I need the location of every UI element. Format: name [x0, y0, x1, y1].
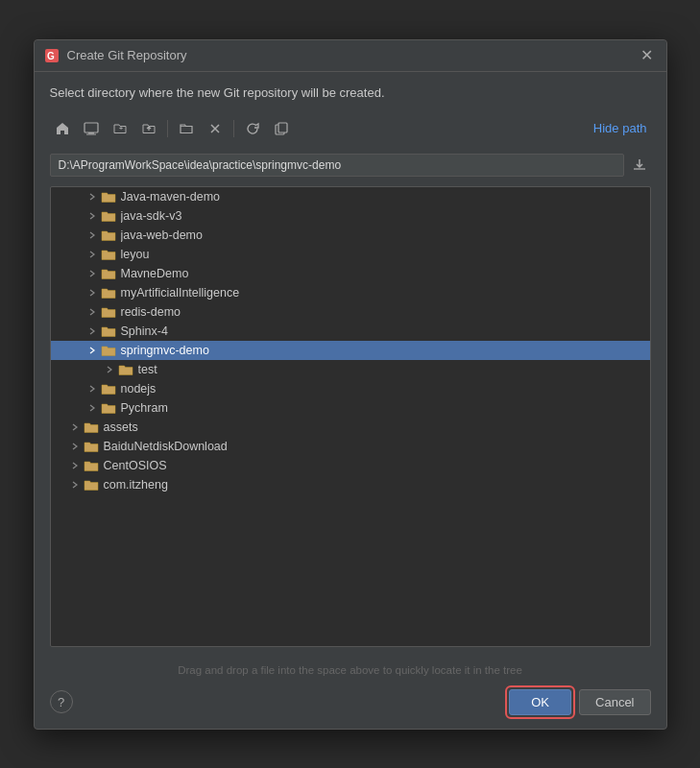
tree-arrow-icon	[68, 459, 82, 472]
tree-item[interactable]: leyou	[51, 245, 650, 264]
tree-item[interactable]: com.itzheng	[51, 475, 650, 494]
delete-button[interactable]	[203, 117, 228, 140]
tree-arrow-icon	[85, 248, 99, 261]
folder-icon	[101, 344, 116, 357]
dialog-body: Select directory where the new Git repos…	[35, 72, 666, 680]
dialog-footer: ? OK Cancel	[35, 680, 666, 729]
tree-item-label: myArtificialIntelligence	[121, 286, 642, 300]
tree-item-label: Java-maven-demo	[121, 190, 642, 204]
svg-rect-4	[86, 133, 96, 134]
tree-arrow-icon	[85, 305, 99, 319]
svg-text:+: +	[119, 125, 123, 132]
folder-icon	[101, 190, 116, 204]
tree-arrow-icon	[85, 324, 99, 338]
up-folder-button[interactable]	[136, 117, 161, 140]
tree-item[interactable]: Sphinx-4	[51, 322, 650, 341]
tree-item[interactable]: Java-maven-demo	[51, 187, 650, 206]
dialog-title: Create Git Repository	[67, 48, 638, 62]
folder-icon	[101, 209, 116, 223]
folder-icon	[101, 324, 116, 338]
tree-item[interactable]: assets	[51, 418, 650, 437]
tree-item-label: assets	[104, 420, 642, 434]
svg-rect-3	[88, 132, 94, 134]
tree-item[interactable]: myArtificialIntelligence	[51, 283, 650, 302]
tree-arrow-icon	[68, 478, 82, 492]
tree-item-label: Pychram	[121, 401, 642, 415]
folder-icon	[101, 382, 116, 396]
path-input-row	[50, 154, 651, 177]
folder-icon	[101, 228, 116, 242]
folder-icon	[84, 420, 99, 434]
tree-item[interactable]: MavneDemo	[51, 264, 650, 283]
tree-item-label: java-sdk-v3	[121, 209, 642, 223]
folder-icon	[101, 248, 116, 261]
tree-item[interactable]: CentOSIOS	[51, 456, 650, 475]
folder-icon	[84, 459, 99, 472]
description-text: Select directory where the new Git repos…	[50, 85, 651, 100]
tree-arrow-icon	[103, 363, 116, 376]
tree-item-label: springmvc-demo	[121, 344, 642, 357]
tree-arrow-icon	[68, 440, 82, 453]
tree-item-label: CentOSIOS	[104, 459, 642, 472]
computer-button[interactable]	[79, 117, 104, 140]
copy-path-button[interactable]	[269, 117, 294, 140]
drag-hint-text: Drag and drop a file into the space abov…	[50, 657, 651, 680]
tree-item[interactable]: BaiduNetdiskDownload	[51, 437, 650, 456]
help-button[interactable]: ?	[50, 690, 73, 713]
tree-arrow-icon	[85, 228, 99, 242]
tree-item-label: Sphinx-4	[121, 324, 642, 338]
folder-icon	[84, 440, 99, 453]
folder-icon	[101, 305, 116, 319]
tree-item-label: test	[138, 363, 642, 376]
tree-item-label: com.itzheng	[104, 478, 642, 492]
tree-item-label: leyou	[121, 248, 642, 261]
folder-icon	[101, 286, 116, 300]
folder-icon	[101, 267, 116, 280]
tree-arrow-icon	[85, 401, 99, 415]
tree-arrow-icon	[85, 190, 99, 204]
svg-text:G: G	[47, 51, 55, 61]
tree-arrow-icon	[85, 209, 99, 223]
download-button[interactable]	[628, 154, 651, 177]
tree-arrow-icon	[85, 344, 99, 357]
tree-item[interactable]: redis-demo	[51, 302, 650, 322]
tree-item-label: java-web-demo	[121, 228, 642, 242]
new-folder2-button[interactable]	[174, 117, 199, 140]
cancel-button[interactable]: Cancel	[579, 689, 650, 715]
new-folder-button[interactable]: +	[108, 117, 133, 140]
tree-item-label: nodejs	[121, 382, 642, 396]
dialog-icon: G	[44, 48, 60, 63]
file-tree[interactable]: Java-maven-demo java-sdk-v3 java-web-dem…	[50, 186, 651, 647]
folder-icon	[118, 363, 133, 376]
tree-item[interactable]: java-web-demo	[51, 226, 650, 245]
tree-item-label: redis-demo	[121, 305, 642, 319]
refresh-button[interactable]	[240, 117, 265, 140]
folder-icon	[84, 478, 99, 492]
folder-icon	[101, 401, 116, 415]
hide-path-button[interactable]: Hide path	[590, 119, 651, 137]
tree-item[interactable]: test	[51, 360, 650, 379]
ok-button[interactable]: OK	[509, 689, 571, 715]
tree-item[interactable]: springmvc-demo	[51, 341, 650, 360]
tree-item[interactable]: nodejs	[51, 379, 650, 398]
home-button[interactable]	[50, 117, 75, 140]
svg-rect-7	[278, 123, 287, 132]
title-bar: G Create Git Repository ✕	[35, 40, 666, 72]
tree-arrow-icon	[85, 286, 99, 300]
tree-item-label: MavneDemo	[121, 267, 642, 280]
tree-item[interactable]: java-sdk-v3	[51, 206, 650, 226]
tree-arrow-icon	[68, 420, 82, 434]
path-input[interactable]	[50, 154, 624, 177]
close-button[interactable]: ✕	[638, 46, 657, 65]
tree-item[interactable]: Pychram	[51, 398, 650, 418]
toolbar-separator-2	[233, 120, 234, 137]
tree-arrow-icon	[85, 382, 99, 396]
toolbar-separator	[167, 120, 168, 137]
tree-item-label: BaiduNetdiskDownload	[104, 440, 642, 453]
create-git-repo-dialog: G Create Git Repository ✕ Select directo…	[34, 39, 667, 730]
svg-rect-2	[84, 123, 98, 132]
tree-arrow-icon	[85, 267, 99, 280]
toolbar: +	[50, 113, 651, 144]
